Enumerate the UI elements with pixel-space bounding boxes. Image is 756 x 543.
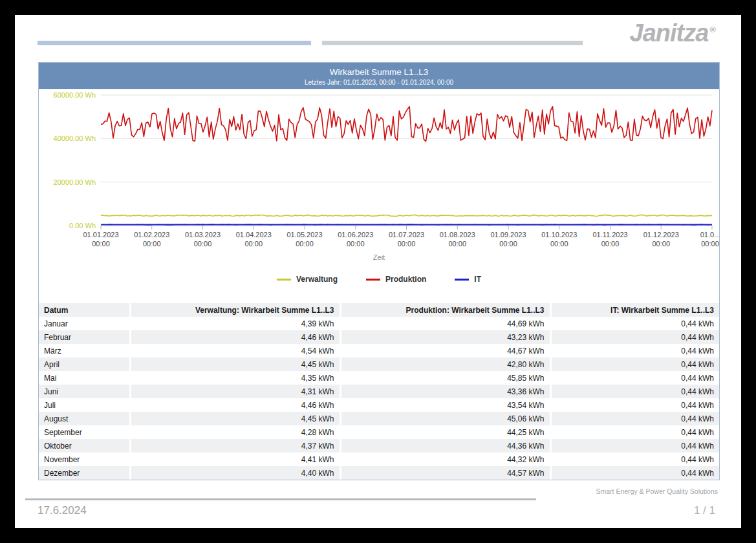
cell-value: 44,69 kWh: [340, 317, 550, 330]
x-tick-label-date: 01.04.2023: [236, 231, 272, 239]
cell-value: 43,23 kWh: [340, 330, 550, 344]
x-tick-label-date: 01.12.2023: [643, 231, 679, 239]
page-number: 1 / 1: [694, 504, 715, 517]
cell-value: 0,44 kWh: [550, 317, 719, 330]
line-chart: 60000.00 Wh40000.00 Wh20000.00 Wh0.00 Wh…: [39, 89, 719, 251]
x-tick-label-time: 00:00: [244, 240, 263, 248]
cell-value: 44,32 kWh: [340, 452, 550, 466]
cell-value: 4,54 kWh: [130, 344, 340, 357]
table-row: August4,45 kWh45,06 kWh0,44 kWh: [39, 412, 719, 425]
cell-month: Mai: [39, 371, 130, 385]
report-block: Wirkarbeit Summe L1..L3 Letztes Jahr: 01…: [38, 62, 720, 480]
cell-value: 4,28 kWh: [130, 425, 340, 439]
cell-value: 44,25 kWh: [340, 425, 550, 439]
column-header-datum: Datum: [39, 303, 130, 317]
cell-value: 45,85 kWh: [340, 371, 550, 385]
series-produktion-line: [101, 107, 712, 142]
chart-legend: VerwaltungProduktionIT: [39, 275, 719, 284]
x-tick-label-time: 00:00: [652, 240, 670, 248]
x-tick-label-date: 01.01.2023: [83, 231, 118, 239]
series-verwaltung-line: [101, 215, 712, 216]
chart-subtitle: Letztes Jahr: 01.01.2023, 00:00 - 01.01.…: [39, 77, 719, 86]
cell-month: April: [39, 357, 130, 371]
table-row: Juni4,31 kWh43,36 kWh0,44 kWh: [39, 385, 719, 398]
cell-value: 4,46 kWh: [130, 398, 340, 412]
cell-month: Februar: [39, 330, 130, 344]
x-tick-label-date: 01.09.2023: [490, 231, 526, 239]
header-accent-bar-gray: [322, 41, 583, 45]
logo-text: Janitza: [630, 19, 709, 47]
column-header-verwaltung: Verwaltung: Wirkarbeit Summe L1..L3: [130, 303, 340, 317]
y-tick-label: 20000.00 Wh: [54, 178, 96, 186]
cell-value: 0,44 kWh: [550, 452, 719, 466]
cell-value: 0,44 kWh: [550, 344, 719, 357]
x-tick-label-date: 01.07.2023: [389, 231, 424, 239]
report-date: 17.6.2024: [38, 504, 87, 517]
legend-label: Verwaltung: [296, 275, 338, 284]
column-header-produktion: Produktion: Wirkarbeit Summe L1..L3: [340, 303, 550, 317]
x-tick-label-time: 00:00: [143, 240, 161, 248]
cell-value: 0,44 kWh: [550, 385, 719, 398]
table-header-row: Datum Verwaltung: Wirkarbeit Summe L1..L…: [39, 303, 719, 317]
cell-month: Juli: [39, 398, 130, 412]
x-tick-label-time: 00:00: [194, 240, 212, 248]
legend-item-it: IT: [455, 275, 481, 284]
cell-value: 43,54 kWh: [340, 398, 550, 412]
footer-divider: [25, 498, 536, 500]
x-tick-label-date: 01.11.2023: [592, 231, 627, 239]
cell-month: Dezember: [39, 466, 130, 480]
legend-swatch-produktion: [366, 279, 380, 281]
legend-swatch-verwaltung: [277, 279, 291, 281]
x-tick-label-time: 00:00: [550, 240, 568, 248]
x-tick-label-date: 01.0...: [700, 231, 719, 239]
x-tick-label-time: 00:00: [347, 240, 365, 248]
cell-value: 4,37 kWh: [130, 439, 340, 452]
brand-tagline: Smart Energy & Power Quality Solutions: [596, 487, 718, 495]
x-tick-label-time: 00:00: [448, 240, 466, 248]
table-row: Oktober4,37 kWh44,36 kWh0,44 kWh: [39, 439, 719, 452]
x-tick-label-date: 01.08.2023: [440, 231, 475, 239]
y-tick-label: 40000.00 Wh: [54, 134, 96, 142]
header-accent-bar-blue: [38, 41, 311, 45]
cell-month: August: [39, 412, 130, 425]
y-tick-label: 60000.00 Wh: [54, 91, 96, 99]
cell-value: 4,31 kWh: [130, 385, 340, 398]
legend-item-verwaltung: Verwaltung: [277, 275, 338, 284]
cell-value: 0,44 kWh: [550, 439, 719, 452]
cell-month: September: [39, 425, 130, 439]
x-tick-label-time: 00:00: [499, 240, 517, 248]
report-page: Janitza® Wirkarbeit Summe L1..L3 Letztes…: [15, 15, 741, 528]
x-tick-label-date: 01.06.2023: [338, 231, 373, 239]
x-tick-label-time: 00:00: [398, 240, 416, 248]
x-axis-title: Zeit: [39, 253, 719, 261]
x-tick-label-date: 01.10.2023: [541, 231, 577, 239]
cell-value: 44,57 kWh: [340, 466, 550, 480]
cell-value: 4,46 kWh: [130, 330, 340, 344]
table-row: Juli4,46 kWh43,54 kWh0,44 kWh: [39, 398, 719, 412]
legend-label: IT: [474, 275, 481, 284]
x-tick-label-time: 00:00: [296, 240, 314, 248]
cell-month: Oktober: [39, 439, 130, 452]
cell-value: 0,44 kWh: [550, 371, 719, 385]
logo-registered-mark: ®: [709, 25, 715, 34]
legend-label: Produktion: [385, 275, 426, 284]
legend-item-produktion: Produktion: [366, 275, 426, 284]
monthly-data-table: Datum Verwaltung: Wirkarbeit Summe L1..L…: [39, 303, 719, 480]
cell-value: 4,45 kWh: [130, 357, 340, 371]
cell-value: 0,44 kWh: [550, 357, 719, 371]
table-row: Februar4,46 kWh43,23 kWh0,44 kWh: [39, 330, 719, 344]
x-tick-label-time: 00:00: [92, 240, 110, 248]
cell-value: 44,36 kWh: [340, 439, 550, 452]
cell-month: Januar: [39, 317, 130, 330]
cell-value: 0,44 kWh: [550, 466, 719, 480]
cell-month: März: [39, 344, 130, 357]
x-tick-label-time: 00:00: [701, 240, 719, 248]
x-tick-label-date: 01.02.2023: [134, 231, 169, 239]
chart-title: Wirkarbeit Summe L1..L3: [39, 63, 719, 77]
cell-value: 4,45 kWh: [130, 412, 340, 425]
cell-value: 45,06 kWh: [340, 412, 550, 425]
cell-value: 43,36 kWh: [340, 385, 550, 398]
table-row: September4,28 kWh44,25 kWh0,44 kWh: [39, 425, 719, 439]
x-tick-label-date: 01.05.2023: [286, 231, 322, 239]
chart-header: Wirkarbeit Summe L1..L3 Letztes Jahr: 01…: [39, 63, 719, 89]
